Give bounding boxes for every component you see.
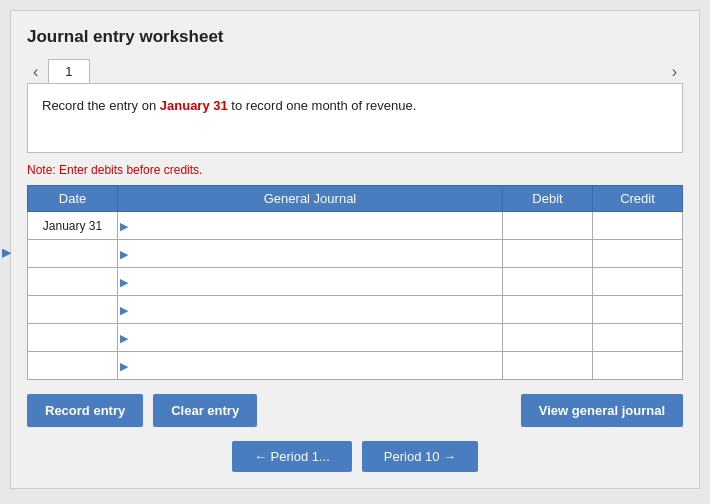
record-entry-button[interactable]: Record entry xyxy=(27,394,143,427)
prev-period-button[interactable]: ← Period 1... xyxy=(232,441,352,472)
debit-input-2[interactable] xyxy=(507,271,588,293)
credit-input-2[interactable] xyxy=(597,271,678,293)
debit-cell-3[interactable]: ▶ xyxy=(503,296,593,324)
debit-cell-5[interactable]: ▶ xyxy=(503,352,593,380)
credit-input-0[interactable] xyxy=(597,215,678,237)
clear-entry-button[interactable]: Clear entry xyxy=(153,394,257,427)
date-cell-0: January 31 xyxy=(28,212,118,240)
date-cell-3 xyxy=(28,296,118,324)
instruction-box: Record the entry on January 31 to record… xyxy=(27,83,683,153)
gj-input-4[interactable] xyxy=(122,327,498,349)
debit-input-3[interactable] xyxy=(507,299,588,321)
credit-cell-5[interactable]: ▶ xyxy=(593,352,683,380)
next-period-button[interactable]: Period 10 → xyxy=(362,441,478,472)
gj-cell-1[interactable]: ▶ xyxy=(118,240,503,268)
view-general-journal-button[interactable]: View general journal xyxy=(521,394,683,427)
date-cell-1 xyxy=(28,240,118,268)
bottom-navigation: ← Period 1... Period 10 → xyxy=(27,441,683,472)
tab-navigation: ‹ 1 › xyxy=(27,59,683,83)
credit-input-1[interactable] xyxy=(597,243,678,265)
gj-cell-0[interactable]: ▶ xyxy=(118,212,503,240)
tab-next-button[interactable]: › xyxy=(666,61,683,83)
table-row: ▶▶▶ xyxy=(28,352,683,380)
journal-worksheet-container: Journal entry worksheet ‹ 1 › Record the… xyxy=(10,10,700,489)
arrow-icon: ▶ xyxy=(120,303,128,316)
gj-input-0[interactable] xyxy=(122,215,498,237)
date-cell-4 xyxy=(28,324,118,352)
credit-cell-2[interactable]: ▶ xyxy=(593,268,683,296)
credit-cell-0[interactable]: ▶ xyxy=(593,212,683,240)
credit-cell-1[interactable]: ▶ xyxy=(593,240,683,268)
page-title: Journal entry worksheet xyxy=(27,27,683,47)
col-date: Date xyxy=(28,186,118,212)
gj-input-2[interactable] xyxy=(122,271,498,293)
gj-input-5[interactable] xyxy=(122,355,498,377)
tab-prev-button[interactable]: ‹ xyxy=(27,61,44,83)
date-cell-5 xyxy=(28,352,118,380)
table-row: ▶▶▶ xyxy=(28,240,683,268)
table-row: ▶▶▶ xyxy=(28,324,683,352)
table-row: January 31▶▶▶ xyxy=(28,212,683,240)
gj-cell-2[interactable]: ▶ xyxy=(118,268,503,296)
table-row: ▶▶▶ xyxy=(28,296,683,324)
debit-cell-4[interactable]: ▶ xyxy=(503,324,593,352)
credit-input-3[interactable] xyxy=(597,299,678,321)
debit-input-4[interactable] xyxy=(507,327,588,349)
credit-cell-4[interactable]: ▶ xyxy=(593,324,683,352)
credit-input-5[interactable] xyxy=(597,355,678,377)
buttons-row: Record entry Clear entry View general jo… xyxy=(27,394,683,427)
arrow-icon: ▶ xyxy=(120,331,128,344)
gj-cell-5[interactable]: ▶ xyxy=(118,352,503,380)
tab-1[interactable]: 1 xyxy=(48,59,89,83)
credit-input-4[interactable] xyxy=(597,327,678,349)
debit-input-5[interactable] xyxy=(507,355,588,377)
credit-cell-3[interactable]: ▶ xyxy=(593,296,683,324)
instruction-text-after: to record one month of revenue. xyxy=(228,98,417,113)
credit-arrow-icon: ▶ xyxy=(2,246,10,259)
gj-cell-3[interactable]: ▶ xyxy=(118,296,503,324)
date-cell-2 xyxy=(28,268,118,296)
arrow-icon: ▶ xyxy=(120,359,128,372)
arrow-icon: ▶ xyxy=(120,275,128,288)
col-debit: Debit xyxy=(503,186,593,212)
debit-input-1[interactable] xyxy=(507,243,588,265)
gj-cell-4[interactable]: ▶ xyxy=(118,324,503,352)
arrow-icon: ▶ xyxy=(120,219,128,232)
gj-input-1[interactable] xyxy=(122,243,498,265)
gj-input-3[interactable] xyxy=(122,299,498,321)
debit-cell-0[interactable]: ▶ xyxy=(503,212,593,240)
col-credit: Credit xyxy=(593,186,683,212)
debit-cell-1[interactable]: ▶ xyxy=(503,240,593,268)
instruction-highlight: January 31 xyxy=(160,98,228,113)
journal-table: Date General Journal Debit Credit Januar… xyxy=(27,185,683,380)
debit-cell-2[interactable]: ▶ xyxy=(503,268,593,296)
table-row: ▶▶▶ xyxy=(28,268,683,296)
debit-input-0[interactable] xyxy=(507,215,588,237)
arrow-icon: ▶ xyxy=(120,247,128,260)
instruction-text-before: Record the entry on xyxy=(42,98,160,113)
col-general-journal: General Journal xyxy=(118,186,503,212)
note-text: Note: Enter debits before credits. xyxy=(27,163,683,177)
